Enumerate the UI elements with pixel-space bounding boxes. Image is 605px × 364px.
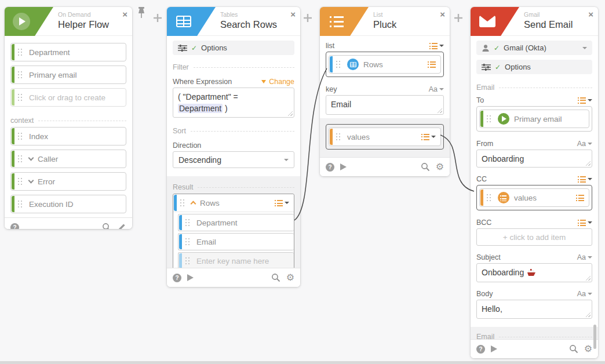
resize-handle[interactable] [288, 111, 293, 116]
body-input[interactable]: Hello, [476, 300, 592, 319]
drag-handle-icon[interactable] [18, 178, 23, 185]
type-caret-icon[interactable] [431, 136, 436, 138]
add-card-button-2[interactable] [303, 13, 312, 23]
field-primary-email[interactable]: Primary email [10, 65, 126, 84]
change-filter-link[interactable]: Change [261, 78, 294, 86]
to-input-zone[interactable]: Primary email [476, 106, 592, 132]
values-output-zone[interactable]: values [326, 124, 444, 150]
output-email[interactable]: Email [178, 233, 294, 250]
bcc-input[interactable]: + click to add item [476, 228, 592, 246]
drag-handle-icon[interactable] [336, 133, 341, 140]
type-caret-icon[interactable] [588, 143, 592, 145]
close-icon[interactable]: × [290, 9, 296, 19]
test-play-icon[interactable] [491, 345, 497, 352]
resize-handle[interactable] [586, 276, 591, 281]
text-type-label[interactable]: Aa [577, 290, 586, 298]
drag-handle-icon[interactable] [18, 133, 23, 140]
resize-handle[interactable] [438, 108, 442, 113]
drag-handle-icon[interactable] [336, 61, 341, 68]
card-scrollbar-thumb[interactable] [593, 325, 596, 349]
list-input-dropzone[interactable]: Rows [326, 52, 444, 77]
field-error[interactable]: Error [10, 172, 126, 191]
resize-handle[interactable] [586, 161, 591, 166]
type-caret-icon[interactable] [588, 293, 592, 295]
horizontal-scrollbar[interactable] [0, 361, 605, 364]
chevron-up-icon[interactable] [191, 201, 196, 207]
field-index[interactable]: Index [10, 127, 126, 145]
drag-handle-icon[interactable] [18, 201, 23, 208]
where-expression-input[interactable]: ( "Department" = Department ) [173, 88, 294, 118]
expression-token[interactable]: Department [178, 104, 223, 113]
close-icon[interactable]: × [122, 9, 127, 19]
gear-icon[interactable]: ⚙ [286, 273, 294, 282]
resize-handle[interactable] [586, 312, 591, 317]
options-bar[interactable]: ✓ Options [476, 60, 592, 74]
field-department[interactable]: Department [10, 43, 126, 61]
drag-handle-icon[interactable] [180, 199, 185, 206]
drag-handle-icon[interactable] [487, 194, 492, 201]
type-caret-icon[interactable] [588, 221, 592, 224]
options-bar[interactable]: ✓ Options [173, 41, 294, 55]
type-caret-icon[interactable] [285, 202, 289, 204]
result-section: Result Rows Department Email Enter key n… [167, 176, 300, 268]
add-card-button-3[interactable] [454, 13, 463, 23]
type-caret-icon[interactable] [588, 178, 592, 180]
drag-handle-icon[interactable] [18, 71, 23, 78]
search-icon[interactable] [271, 273, 280, 282]
drag-handle-icon[interactable] [185, 238, 191, 245]
close-icon[interactable]: × [588, 9, 593, 19]
field-create-placeholder[interactable]: Click or drag to create [10, 88, 126, 107]
drag-handle-icon[interactable] [185, 219, 191, 226]
list-type-icon[interactable] [578, 176, 586, 183]
gear-icon[interactable]: ⚙ [436, 162, 444, 172]
direction-select[interactable]: Descending [173, 151, 294, 168]
type-caret-icon[interactable] [439, 88, 444, 90]
subject-input[interactable]: Onboarding [476, 263, 592, 282]
close-icon[interactable]: × [440, 9, 445, 19]
text-type-label[interactable]: Aa [577, 140, 586, 148]
cc-input-zone[interactable]: values [476, 185, 592, 210]
from-input[interactable]: Onboarding team@Okta.com [476, 150, 592, 168]
output-department[interactable]: Department [178, 214, 294, 231]
search-icon[interactable] [421, 162, 430, 172]
list-type-icon[interactable] [421, 134, 429, 140]
list-type-icon[interactable] [429, 43, 438, 49]
type-caret-icon[interactable] [588, 99, 592, 101]
help-icon[interactable]: ? [476, 345, 485, 354]
list-type-icon[interactable] [578, 220, 586, 226]
drag-handle-icon[interactable] [18, 49, 23, 56]
gear-icon[interactable]: ⚙ [584, 344, 592, 354]
type-caret-icon[interactable] [588, 256, 592, 259]
text-type-label[interactable]: Aa [577, 253, 586, 261]
output-key-placeholder[interactable]: Enter key name here [178, 252, 294, 268]
output-rows[interactable]: Rows [173, 194, 294, 212]
drag-handle-icon[interactable] [18, 94, 23, 101]
mapped-rows-chip[interactable]: Rows [329, 55, 441, 74]
output-values-chip[interactable]: values [329, 128, 441, 146]
test-play-icon[interactable] [340, 163, 347, 170]
drag-handle-icon[interactable] [18, 155, 23, 162]
pencil-icon[interactable] [117, 223, 126, 229]
test-play-icon[interactable] [187, 274, 194, 281]
add-card-button-1[interactable] [153, 13, 162, 23]
field-caller[interactable]: Caller [10, 150, 126, 168]
type-caret-icon[interactable] [439, 45, 444, 47]
field-execution-id[interactable]: Execution ID [10, 195, 126, 213]
help-icon[interactable]: ? [173, 274, 181, 282]
search-icon[interactable] [569, 344, 578, 354]
account-bar[interactable]: ✓ Gmail (Okta) [476, 41, 592, 55]
mapped-values-chip[interactable]: values [479, 188, 589, 207]
drag-handle-icon[interactable] [185, 257, 191, 264]
mapped-primary-email-chip[interactable]: Primary email [479, 110, 589, 128]
help-icon[interactable]: ? [326, 163, 334, 172]
key-input[interactable]: Email [326, 95, 444, 115]
help-icon[interactable]: ? [10, 223, 19, 230]
drag-handle-icon[interactable] [487, 115, 492, 122]
chevron-down-icon[interactable] [28, 178, 34, 184]
pin-icon[interactable] [137, 6, 146, 19]
chevron-down-icon[interactable] [28, 155, 34, 161]
text-type-label[interactable]: Aa [429, 85, 438, 93]
list-type-icon[interactable] [578, 97, 586, 104]
list-type-icon[interactable] [275, 200, 283, 206]
search-icon[interactable] [102, 223, 111, 229]
